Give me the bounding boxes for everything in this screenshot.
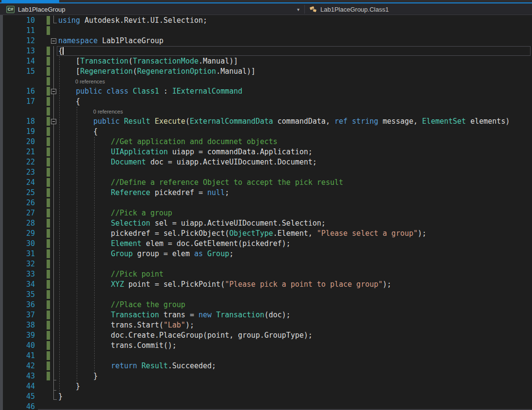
code-line[interactable]: 25 Reference pickedref = null; (0, 188, 532, 198)
code-editor[interactable]: 10using Autodesk.Revit.UI.Selection;1112… (0, 15, 532, 410)
code-line[interactable]: 11 (0, 26, 532, 36)
editor-left-margin (0, 15, 3, 410)
code-token: message, (378, 117, 422, 126)
code-line[interactable]: 12namespace Lab1PlaceGroup (0, 36, 532, 46)
outline-margin (51, 341, 58, 351)
code-line[interactable]: 22 Document doc = uiapp.ActiveUIDocument… (0, 157, 532, 167)
project-dropdown[interactable]: C# Lab1PlaceGroup ▾ (0, 4, 304, 15)
code-line[interactable]: 33 //Pick point (0, 269, 532, 279)
code-token: Result (142, 361, 168, 370)
code-text: trans.Start("Lab"); (58, 320, 532, 330)
code-line[interactable]: 35 (0, 290, 532, 300)
change-indicator (35, 269, 51, 279)
line-number: 21 (0, 147, 35, 157)
line-number: 39 (0, 330, 35, 341)
code-token: Lab1PlaceGroup (98, 36, 163, 45)
code-line[interactable]: 38 trans.Start("Lab"); (0, 320, 532, 330)
codelens-references[interactable]: 0 references (58, 107, 123, 116)
code-line[interactable]: 43 } (0, 371, 532, 381)
code-line[interactable]: 34 XYZ point = sel.PickPoint("Please pic… (0, 279, 532, 290)
code-text (58, 198, 532, 208)
change-indicator (35, 178, 51, 188)
chevron-down-icon[interactable]: ▾ (297, 7, 299, 12)
code-token (137, 361, 142, 370)
codelens-references[interactable]: 0 references (58, 77, 105, 86)
code-line[interactable]: 42 return Result.Succeeded; (0, 361, 532, 371)
line-number: 17 (0, 97, 35, 107)
code-token: } (58, 372, 98, 380)
code-text: { (58, 97, 532, 107)
collapse-toggle[interactable] (51, 119, 56, 124)
codelens-row[interactable]: 0 references (0, 77, 532, 86)
code-line[interactable]: 10using Autodesk.Revit.UI.Selection; (0, 16, 532, 26)
code-token (58, 158, 111, 166)
code-token: doc.Create.PlaceGroup(point, group.Group… (58, 331, 313, 340)
code-line[interactable]: 39 doc.Create.PlaceGroup(point, group.Gr… (0, 330, 532, 341)
code-text: UIApplication uiapp = commandData.Applic… (58, 147, 532, 157)
collapse-toggle[interactable] (51, 38, 56, 44)
outline-margin (51, 269, 58, 279)
line-number: 40 (0, 341, 35, 351)
code-line[interactable]: 41 (0, 351, 532, 361)
outline-margin (51, 56, 58, 66)
code-line[interactable]: 24 //Define a reference Object to accept… (0, 178, 532, 188)
code-line[interactable]: 19 { (0, 127, 532, 137)
code-text: //Get application and documnet objects (58, 137, 532, 147)
change-indicator (35, 290, 51, 300)
code-token: "Lab" (164, 321, 185, 329)
code-text: Reference pickedref = null; (58, 188, 532, 198)
outline-margin (51, 66, 58, 77)
change-indicator (35, 310, 51, 320)
code-token (58, 87, 76, 96)
code-line[interactable]: 44 } (0, 381, 532, 392)
code-token: .Succeeded; (168, 361, 216, 370)
class-dropdown-label: Lab1PlaceGroup.Class1 (320, 6, 389, 13)
code-line[interactable]: 37 Transaction trans = new Transaction(d… (0, 310, 532, 320)
line-number: 27 (0, 208, 35, 218)
line-number (0, 107, 35, 116)
code-line[interactable]: 32 (0, 259, 532, 269)
line-number: 28 (0, 218, 35, 229)
code-line[interactable]: 30 Element elem = doc.GetElement(pickedr… (0, 239, 532, 249)
line-number: 19 (0, 127, 35, 137)
code-token: uiapp = commandData.Application; (168, 148, 313, 156)
code-text: //Place the group (58, 300, 532, 310)
code-text: } (58, 371, 532, 381)
navigation-bar: C# Lab1PlaceGroup ▾ Lab1PlaceGroup.Class… (0, 4, 532, 15)
code-line[interactable]: 20 //Get application and documnet object… (0, 137, 532, 147)
minus-glyph (52, 121, 55, 122)
code-line[interactable]: 17 { (0, 97, 532, 107)
code-line[interactable]: 36 //Place the group (0, 300, 532, 310)
change-indicator (35, 127, 51, 137)
code-line[interactable]: 31 Group group = elem as Group; (0, 249, 532, 259)
class-dropdown[interactable]: Lab1PlaceGroup.Class1 (305, 4, 532, 15)
line-number: 32 (0, 259, 35, 269)
code-line[interactable]: 16 public class Class1 : IExternalComman… (0, 86, 532, 97)
code-line[interactable]: 23 (0, 167, 532, 178)
code-line[interactable]: 21 UIApplication uiapp = commandData.App… (0, 147, 532, 157)
line-number: 42 (0, 361, 35, 371)
line-number: 14 (0, 56, 35, 66)
code-line[interactable]: 26 (0, 198, 532, 208)
code-line[interactable]: 27 //Pick a group (0, 208, 532, 218)
line-number: 20 (0, 137, 35, 147)
outline-margin (51, 198, 58, 208)
code-token: Document (111, 158, 146, 166)
code-line[interactable]: 15 [Regeneration(RegenerationOption.Manu… (0, 66, 532, 77)
code-line[interactable]: 13{ (0, 46, 532, 56)
code-text: public Result Execute(ExternalCommandDat… (58, 116, 532, 127)
change-indicator (35, 300, 51, 310)
code-line[interactable]: 29 pickedref = sel.PickObject(ObjectType… (0, 229, 532, 239)
code-line[interactable]: 40 trans.Commit(); (0, 341, 532, 351)
code-line[interactable]: 45} (0, 392, 532, 402)
code-text: Element elem = doc.GetElement(pickedref)… (58, 239, 532, 249)
code-token: trans.Commit(); (58, 341, 177, 350)
change-indicator (35, 77, 51, 86)
code-line[interactable]: 28 Selection sel = uiapp.ActiveUIDocumen… (0, 218, 532, 229)
collapse-toggle[interactable] (51, 89, 56, 94)
code-token: ElementSet (422, 117, 466, 126)
codelens-row[interactable]: 0 references (0, 107, 532, 116)
code-line[interactable]: 14 [Transaction(TransactionMode.Manual)] (0, 56, 532, 66)
code-line[interactable]: 18 public Result Execute(ExternalCommand… (0, 116, 532, 127)
code-token: new (199, 311, 212, 319)
